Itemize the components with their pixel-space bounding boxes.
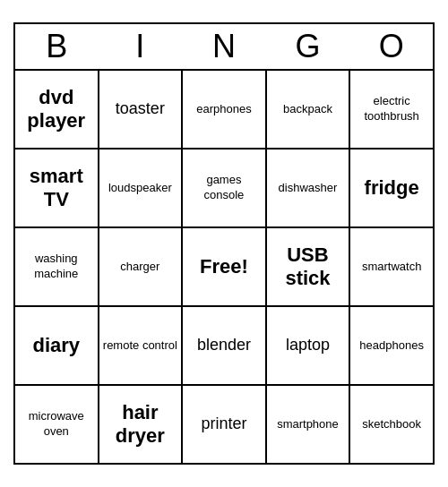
bingo-cell: charger bbox=[99, 227, 183, 306]
bingo-cell: headphones bbox=[349, 306, 434, 385]
bingo-cell: printer bbox=[182, 385, 265, 464]
bingo-cell: loudspeaker bbox=[99, 149, 183, 227]
bingo-header-letter: I bbox=[99, 23, 183, 70]
bingo-header-letter: B bbox=[14, 23, 99, 70]
bingo-cell: dvd player bbox=[14, 70, 99, 149]
bingo-cell: sketchbook bbox=[349, 385, 434, 464]
bingo-cell: hair dryer bbox=[99, 385, 183, 464]
bingo-cell: games console bbox=[182, 149, 265, 227]
bingo-cell: smart TV bbox=[14, 149, 99, 227]
bingo-cell: remote control bbox=[99, 306, 183, 385]
bingo-cell: toaster bbox=[99, 70, 183, 149]
bingo-cell: microwave oven bbox=[14, 385, 99, 464]
bingo-cell: earphones bbox=[182, 70, 265, 149]
bingo-header-letter: O bbox=[349, 23, 434, 70]
bingo-cell: blender bbox=[182, 306, 265, 385]
bingo-grid: BINGO dvd playertoasterearphonesbackpack… bbox=[13, 22, 435, 465]
bingo-cell: backpack bbox=[266, 70, 350, 149]
bingo-cell: washing machine bbox=[14, 227, 99, 306]
bingo-cell: dishwasher bbox=[266, 149, 350, 227]
bingo-cell: electric toothbrush bbox=[349, 70, 434, 149]
bingo-cell: USB stick bbox=[266, 227, 350, 306]
bingo-header-letter: G bbox=[266, 23, 350, 70]
bingo-cell: smartphone bbox=[266, 385, 350, 464]
bingo-cell: laptop bbox=[266, 306, 350, 385]
bingo-cell: Free! bbox=[182, 227, 265, 306]
bingo-cell: fridge bbox=[349, 149, 434, 227]
bingo-cell: smartwatch bbox=[349, 227, 434, 306]
bingo-cell: diary bbox=[14, 306, 99, 385]
bingo-header-letter: N bbox=[182, 23, 265, 70]
